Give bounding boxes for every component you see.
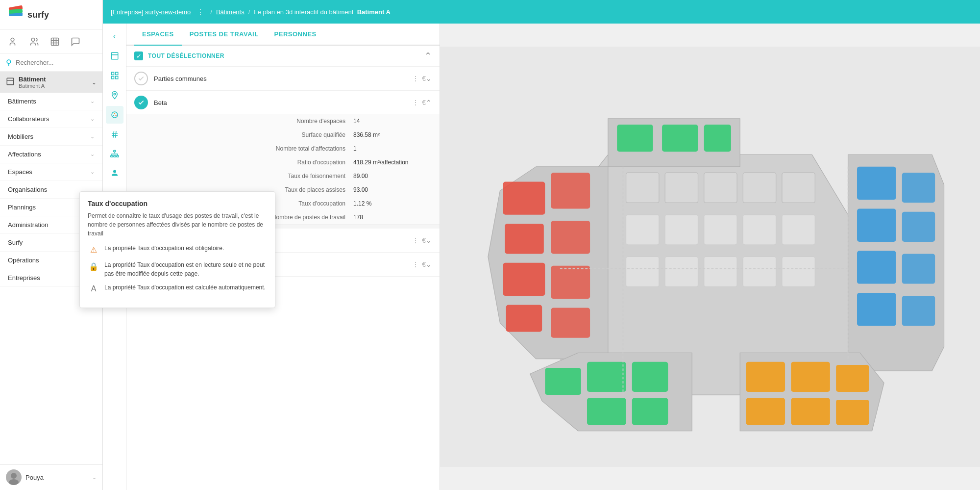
deselect-label[interactable]: TOUT DÉSÉLECTIONNER [148, 52, 419, 59]
detail-value: 1 [353, 145, 432, 152]
group-actions-alpha: ⋮ € [412, 236, 426, 244]
sidebar-item-batiments[interactable]: Bâtiments⌄ [0, 93, 102, 110]
svg-rect-27 [503, 181, 545, 214]
svg-rect-11 [115, 77, 118, 79]
svg-rect-52 [902, 254, 935, 284]
sidebar-item-label: Espaces [8, 168, 32, 176]
sidebar-item-label: Collaborateurs [8, 115, 49, 123]
svg-rect-23 [116, 155, 119, 157]
tooltip-item-0: ⚠ La propriété Taux d'occupation est obl… [103, 244, 267, 256]
group-chevron-gamma[interactable]: ⌄ [426, 260, 432, 268]
group-chevron-parties[interactable]: ⌄ [426, 75, 432, 82]
hashtag-icon[interactable] [106, 126, 123, 143]
sidebar-icon-row [0, 30, 102, 54]
group-name-beta: Beta [154, 99, 412, 106]
sidebar-item-espaces[interactable]: Espaces⌄ [0, 163, 102, 181]
building-icon[interactable] [47, 34, 63, 50]
tab-postes[interactable]: POSTES DE TRAVAIL [182, 24, 267, 46]
svg-rect-33 [551, 266, 590, 299]
topbar-options-icon[interactable]: ⋮ [196, 7, 204, 17]
palette-icon[interactable] [106, 106, 123, 124]
svg-point-5 [11, 473, 17, 479]
svg-rect-74 [743, 257, 776, 287]
svg-point-6 [9, 479, 19, 485]
tab-personnes[interactable]: PERSONNES [267, 24, 324, 46]
svg-rect-38 [587, 398, 626, 425]
topbar: [Entreprise] surfy-new-demo ⋮ / Bâtiment… [103, 0, 980, 24]
nav-chevron: ⌄ [90, 98, 95, 104]
euro-icon-beta[interactable]: € [422, 99, 426, 106]
logo-text: surfy [27, 10, 49, 20]
sidebar-item-collaborateurs[interactable]: Collaborateurs⌄ [0, 110, 102, 128]
detail-value: 93.00 [353, 186, 432, 193]
svg-rect-75 [782, 257, 815, 287]
group-row-beta[interactable]: Beta ⋮ € ⌃ [126, 91, 440, 114]
building-type-icon[interactable] [106, 47, 123, 65]
group-chevron-alpha[interactable]: ⌄ [426, 236, 432, 244]
svg-rect-71 [626, 257, 659, 287]
building-info: Bâtiment Batiment A [19, 76, 90, 89]
sidebar-item-label: Plannings [8, 204, 36, 211]
detail-label: Surface qualifiée [154, 131, 353, 138]
sidebar-item-label: Administration [8, 221, 48, 229]
svg-rect-65 [782, 173, 815, 203]
svg-line-19 [115, 131, 116, 138]
chat-icon[interactable] [68, 34, 83, 50]
collapse-list-icon[interactable]: ⌃ [424, 51, 432, 61]
people-group-icon[interactable] [26, 34, 42, 50]
svg-rect-28 [505, 224, 544, 254]
nav-chevron: ⌄ [90, 133, 95, 140]
sidebar-item-affectations[interactable]: Affectations⌄ [0, 146, 102, 163]
group-options-icon-alpha[interactable]: ⋮ [412, 236, 419, 244]
grid-icon[interactable] [106, 67, 123, 84]
svg-rect-69 [743, 215, 776, 245]
group-row-parties-communes[interactable]: Parties communes ⋮ € ⌄ [126, 67, 440, 91]
tab-espaces[interactable]: ESPACES [134, 24, 182, 46]
svg-rect-36 [545, 368, 581, 395]
group-check-parties[interactable] [134, 72, 148, 85]
nav-chevron: ⌄ [90, 116, 95, 122]
content-area: ‹ ESPACESP [103, 24, 980, 490]
group-name-parties: Parties communes [154, 75, 412, 82]
collapse-panel-btn[interactable]: ‹ [106, 27, 123, 45]
group-chevron-beta[interactable]: ⌃ [426, 99, 432, 106]
detail-value: 178 [353, 214, 432, 221]
sidebar-item-mobiliers[interactable]: Mobiliers⌄ [0, 128, 102, 146]
location-icon[interactable] [106, 86, 123, 104]
svg-rect-10 [111, 77, 114, 79]
svg-rect-43 [662, 125, 698, 152]
select-all-checkbox[interactable]: ✓ [134, 52, 143, 60]
svg-rect-34 [551, 308, 590, 338]
svg-rect-56 [746, 398, 785, 425]
group-options-icon-gamma[interactable]: ⋮ [412, 260, 419, 268]
topbar-prefix: Le plan en 3d interactif du bâtiment [254, 8, 353, 16]
people-side-icon[interactable] [106, 165, 123, 182]
topbar-batiments-link[interactable]: Bâtiments [216, 8, 245, 16]
tooltip-item-text-0: La propriété Taux d'occupation est oblig… [104, 244, 224, 253]
detail-value: 14 [353, 118, 432, 125]
people-icon[interactable] [6, 34, 22, 50]
detail-label: Ratio d'occupation [154, 159, 353, 166]
group-options-icon-beta[interactable]: ⋮ [412, 99, 419, 106]
group-check-beta[interactable] [134, 96, 148, 109]
svg-rect-32 [551, 221, 590, 254]
svg-rect-57 [791, 362, 830, 392]
svg-point-0 [11, 38, 14, 42]
building-section[interactable]: Bâtiment Batiment A ⌄ [0, 72, 102, 93]
hierarchy-icon[interactable] [106, 145, 123, 163]
search-input[interactable] [16, 59, 97, 66]
euro-icon-alpha[interactable]: € [422, 236, 426, 244]
svg-rect-50 [902, 173, 935, 203]
user-section[interactable]: Pouya ⌄ [0, 464, 102, 490]
group-options-icon[interactable]: ⋮ [412, 75, 419, 82]
svg-rect-64 [743, 173, 776, 203]
nav-chevron: ⌄ [90, 169, 95, 175]
tooltip-popup: Taux d'occupationPermet de connaître le … [103, 191, 275, 308]
topbar-company-link[interactable]: [Entreprise] surfy-new-demo [111, 8, 191, 16]
euro-icon-gamma[interactable]: € [422, 260, 426, 268]
svg-point-1 [31, 38, 35, 42]
sidebar-item-label: Opérations [8, 257, 39, 264]
logo-icon [8, 7, 24, 23]
euro-icon[interactable]: € [422, 75, 426, 82]
svg-rect-60 [836, 400, 869, 425]
